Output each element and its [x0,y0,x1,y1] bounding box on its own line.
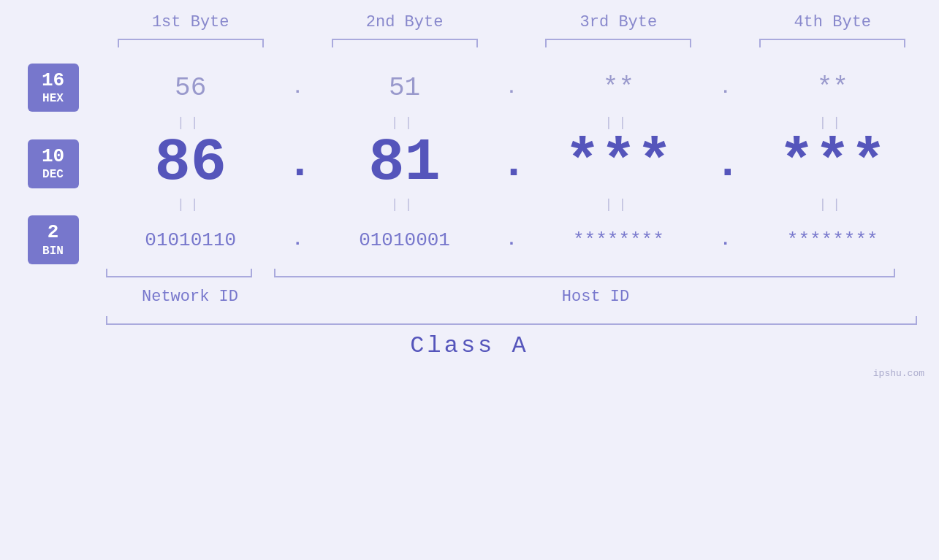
bin-val3: ******** [545,229,691,251]
hex-dot3: . [715,78,737,98]
hex-row: 16 HEX 56 . 51 . ** . ** [0,64,939,112]
dec-dot2: . [501,139,522,188]
eq2-val2: || [332,197,478,212]
eq1-val1: || [118,115,264,130]
watermark-row: ipshu.com [0,368,939,379]
eq1-val3: || [545,115,691,130]
hex-val4: ** [759,73,905,103]
dec-dot3: . [715,139,737,188]
class-a-label: Class A [410,332,528,359]
eq1-val4: || [759,115,905,130]
hex-val1: 56 [118,73,264,103]
byte2-header: 2nd Byte [332,13,478,31]
class-label-row: Class A [0,332,939,359]
bin-val4: ******** [759,229,905,251]
hex-val2: 51 [332,73,478,103]
dec-val3: *** [545,134,691,193]
byte4-header: 4th Byte [759,13,905,31]
dec-base-name: DEC [38,168,69,182]
watermark: ipshu.com [873,368,924,379]
byte-headers-row: 1st Byte 2nd Byte 3rd Byte 4th Byte [0,13,939,36]
host-id-label: Host ID [296,288,895,306]
dec-row: 10 DEC 86 . 81 . *** . *** [0,134,939,193]
byte1-header: 1st Byte [118,13,264,31]
eq2-val4: || [759,197,905,212]
network-bracket [106,269,252,277]
class-outer-bracket-row [0,316,939,325]
bin-dot1: . [286,230,308,250]
dec-val1: 86 [118,134,264,193]
eq-row-2: || || || || [0,193,939,215]
byte3-header: 3rd Byte [545,13,691,31]
bracket-byte4 [759,39,905,47]
top-bracket-row [0,39,939,47]
main-container: 1st Byte 2nd Byte 3rd Byte 4th Byte 16 H… [0,0,939,560]
bracket-byte3 [545,39,691,47]
host-bracket [274,269,895,277]
bin-label-box: 2 BIN [28,215,79,264]
bin-base-name: BIN [38,245,69,258]
bin-row: 2 BIN 01010110 . 01010001 . ******** . *… [0,215,939,264]
bin-val1: 01010110 [118,229,264,251]
id-label-row: Network ID Host ID [0,288,939,306]
dec-val2: 81 [332,134,478,193]
dec-dot1: . [286,139,308,188]
eq2-val3: || [545,197,691,212]
eq2-val1: || [118,197,264,212]
dec-base-num: 10 [38,145,69,168]
bin-dot3: . [715,230,737,250]
bin-val2: 01010001 [332,229,478,251]
hex-dot2: . [501,78,522,98]
hex-val3: ** [545,73,691,103]
dec-label-box: 10 DEC [28,139,79,188]
bracket-byte1 [118,39,264,47]
eq1-val2: || [332,115,478,130]
bin-base-num: 2 [38,221,69,244]
dec-val4: *** [759,134,905,193]
hex-label-box: 16 HEX [28,64,79,112]
hex-dot1: . [286,78,308,98]
bracket-byte2 [332,39,478,47]
bottom-bracket-row [0,269,939,277]
bin-dot2: . [501,230,522,250]
hex-base-num: 16 [38,69,69,92]
hex-base-name: HEX [38,92,69,106]
network-id-label: Network ID [106,288,274,306]
class-bracket [106,316,917,325]
